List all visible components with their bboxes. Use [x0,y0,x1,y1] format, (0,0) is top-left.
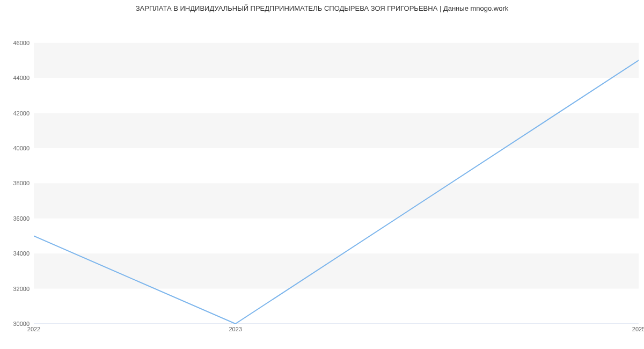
line-chart: ЗАРПЛАТА В ИНДИВИДУАЛЬНЫЙ ПРЕДПРИНИМАТЕЛ… [0,0,644,349]
plot-area [34,25,639,324]
y-tick-label: 38000 [3,180,30,186]
y-tick-label: 36000 [3,215,30,222]
y-tick-label: 40000 [3,145,30,151]
svg-rect-0 [34,253,639,288]
y-tick-label: 30000 [3,321,30,327]
y-tick-label: 32000 [3,286,30,292]
chart-svg [34,25,639,324]
chart-title: ЗАРПЛАТА В ИНДИВИДУАЛЬНЫЙ ПРЕДПРИНИМАТЕЛ… [0,4,644,12]
x-tick-label: 2023 [229,326,241,332]
y-tick-label: 46000 [3,40,30,46]
x-tick-label: 2025 [632,326,644,332]
y-tick-label: 34000 [3,250,30,257]
svg-rect-3 [34,43,639,78]
svg-rect-1 [34,183,639,218]
y-tick-label: 44000 [3,75,30,81]
y-tick-label: 42000 [3,110,30,117]
svg-rect-2 [34,113,639,148]
x-tick-label: 2022 [27,326,40,332]
